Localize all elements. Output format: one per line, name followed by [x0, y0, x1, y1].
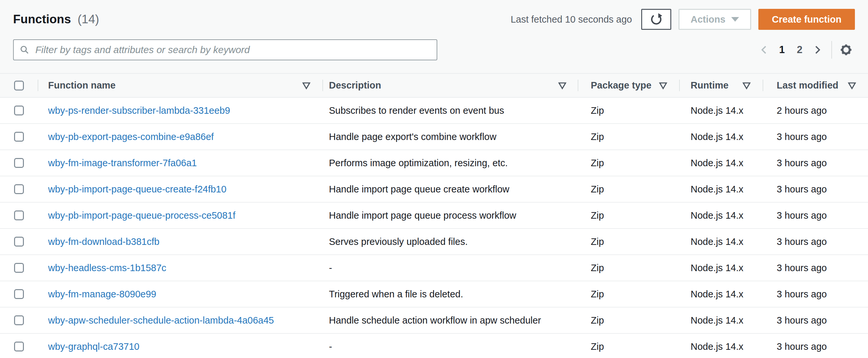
- package-type-cell: Zip: [578, 315, 679, 326]
- select-all-checkbox[interactable]: [14, 81, 24, 90]
- package-type-cell: Zip: [578, 158, 679, 168]
- row-select-cell: [0, 263, 38, 273]
- pagination-page-2[interactable]: 2: [791, 40, 808, 59]
- description-cell: Handle import page queue create workflow: [322, 184, 578, 195]
- pagination-next-button[interactable]: [808, 40, 826, 59]
- row-checkbox[interactable]: [14, 106, 24, 115]
- row-checkbox[interactable]: [14, 211, 24, 220]
- function-name-cell: wby-fm-manage-8090e99: [38, 289, 322, 300]
- runtime-cell: Node.js 14.x: [679, 341, 763, 352]
- function-name-link[interactable]: wby-fm-image-transformer-7fa06a1: [48, 158, 197, 168]
- table-header-row: Function name Description Package type R…: [0, 73, 868, 98]
- last-modified-cell: 3 hours ago: [763, 210, 868, 221]
- function-name-link[interactable]: wby-ps-render-subscriber-lambda-331eeb9: [48, 105, 230, 116]
- page-header: Functions (14) Last fetched 10 seconds a…: [13, 6, 855, 33]
- actions-button-label: Actions: [691, 14, 725, 25]
- row-select-cell: [0, 341, 38, 352]
- sort-icon: [659, 82, 668, 89]
- row-select-cell: [0, 132, 38, 142]
- package-type-cell: Zip: [578, 237, 679, 247]
- function-name-cell: wby-apw-scheduler-schedule-action-lambda…: [38, 315, 322, 326]
- chevron-left-icon: [759, 45, 770, 55]
- header-actions: Last fetched 10 seconds ago Actions Crea…: [510, 9, 855, 30]
- search-input[interactable]: [35, 44, 431, 56]
- column-header-last-modified[interactable]: Last modified: [763, 74, 868, 97]
- row-checkbox[interactable]: [14, 315, 24, 325]
- chevron-right-icon: [812, 45, 823, 55]
- row-select-cell: [0, 106, 38, 115]
- row-select-cell: [0, 289, 38, 299]
- function-name-cell: wby-fm-download-b381cfb: [38, 237, 322, 247]
- refresh-button[interactable]: [641, 9, 671, 30]
- row-checkbox[interactable]: [14, 289, 24, 299]
- last-modified-cell: 3 hours ago: [763, 158, 868, 168]
- column-header-runtime[interactable]: Runtime: [679, 74, 763, 97]
- table-row: wby-ps-render-subscriber-lambda-331eeb9 …: [0, 98, 868, 124]
- functions-table: Function name Description Package type R…: [0, 73, 868, 358]
- sort-icon: [302, 82, 311, 89]
- column-label: Runtime: [691, 80, 728, 91]
- runtime-cell: Node.js 14.x: [679, 289, 763, 300]
- pagination: 1 2: [755, 40, 855, 59]
- filter-row: 1 2: [13, 39, 855, 60]
- function-name-link[interactable]: wby-graphql-ca73710: [48, 341, 140, 352]
- row-checkbox[interactable]: [14, 132, 24, 142]
- function-name-link[interactable]: wby-fm-manage-8090e99: [48, 289, 156, 299]
- row-checkbox[interactable]: [14, 158, 24, 168]
- column-header-package-type[interactable]: Package type: [578, 74, 679, 97]
- pagination-page-1[interactable]: 1: [773, 40, 791, 59]
- function-name-link[interactable]: wby-pb-import-page-queue-create-f24fb10: [48, 184, 226, 194]
- last-modified-cell: 3 hours ago: [763, 184, 868, 195]
- lambda-functions-page: Functions (14) Last fetched 10 seconds a…: [0, 0, 868, 358]
- runtime-cell: Node.js 14.x: [679, 105, 763, 116]
- page-title-text: Functions: [13, 12, 71, 26]
- function-name-link[interactable]: wby-apw-scheduler-schedule-action-lambda…: [48, 315, 274, 326]
- row-checkbox[interactable]: [14, 184, 24, 194]
- last-fetched-text: Last fetched 10 seconds ago: [510, 14, 632, 25]
- table-row: wby-pb-import-page-queue-create-f24fb10 …: [0, 176, 868, 202]
- package-type-cell: Zip: [578, 132, 679, 142]
- gear-icon: [839, 43, 853, 57]
- row-checkbox[interactable]: [14, 263, 24, 273]
- sort-icon: [848, 82, 856, 89]
- last-modified-cell: 3 hours ago: [763, 315, 868, 326]
- function-name-link[interactable]: wby-pb-import-page-queue-process-ce5081f: [48, 210, 235, 221]
- table-body: wby-ps-render-subscriber-lambda-331eeb9 …: [0, 98, 868, 358]
- runtime-cell: Node.js 14.x: [679, 132, 763, 142]
- runtime-cell: Node.js 14.x: [679, 210, 763, 221]
- function-name-link[interactable]: wby-pb-export-pages-combine-e9a86ef: [48, 132, 214, 142]
- functions-count: (14): [78, 12, 99, 26]
- function-name-cell: wby-pb-import-page-queue-create-f24fb10: [38, 184, 322, 195]
- row-checkbox[interactable]: [14, 341, 24, 352]
- pagination-prev-button[interactable]: [755, 40, 773, 59]
- row-checkbox[interactable]: [14, 237, 24, 247]
- create-function-button[interactable]: Create function: [758, 9, 855, 30]
- select-all-cell: [0, 74, 38, 97]
- create-function-label: Create function: [772, 14, 841, 25]
- actions-button[interactable]: Actions: [679, 9, 751, 30]
- function-name-link[interactable]: wby-fm-download-b381cfb: [48, 237, 159, 247]
- settings-button[interactable]: [837, 40, 855, 59]
- description-cell: -: [322, 263, 578, 273]
- description-cell: Handle page export's combine workflow: [322, 132, 578, 142]
- function-name-cell: wby-ps-render-subscriber-lambda-331eeb9: [38, 105, 322, 116]
- description-cell: Serves previously uploaded files.: [322, 237, 578, 247]
- table-row: wby-fm-manage-8090e99 Triggered when a f…: [0, 281, 868, 307]
- runtime-cell: Node.js 14.x: [679, 315, 763, 326]
- table-row: wby-fm-download-b381cfb Serves previousl…: [0, 229, 868, 255]
- page-title: Functions (14): [13, 12, 99, 26]
- column-header-function-name[interactable]: Function name: [38, 74, 322, 97]
- row-select-cell: [0, 211, 38, 220]
- package-type-cell: Zip: [578, 341, 679, 352]
- row-select-cell: [0, 184, 38, 194]
- refresh-icon: [650, 13, 663, 26]
- search-box[interactable]: [13, 39, 437, 60]
- column-label: Function name: [48, 80, 116, 91]
- chevron-down-icon: [731, 17, 739, 22]
- runtime-cell: Node.js 14.x: [679, 237, 763, 247]
- column-header-description[interactable]: Description: [322, 74, 578, 97]
- last-modified-cell: 3 hours ago: [763, 341, 868, 352]
- column-label: Last modified: [777, 80, 839, 91]
- function-name-link[interactable]: wby-headless-cms-1b1587c: [48, 263, 166, 273]
- last-modified-cell: 3 hours ago: [763, 237, 868, 247]
